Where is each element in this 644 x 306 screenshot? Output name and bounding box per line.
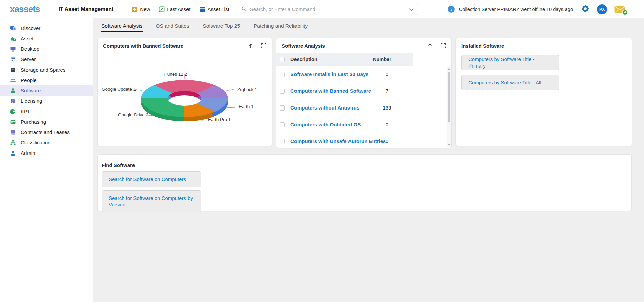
card-title: Find Software [102,162,135,168]
fullscreen-icon[interactable] [261,43,267,49]
row-checkbox[interactable] [280,105,285,111]
sidebar-item-purchasing[interactable]: Purchasing [0,117,93,127]
app-logo: xassets [10,4,40,14]
credit-card-icon [10,119,16,125]
card-title: Installed Software [461,43,504,49]
sidebar-item-storage[interactable]: Storage and Spares [0,64,93,75]
new-label: New [140,6,150,12]
sidebar-item-server[interactable]: Server [0,54,93,64]
find-software-card: Find Software Search for Software on Com… [97,154,632,211]
chart-label: Earth Pro 1 [208,117,231,122]
table-row: Computers without Antivirus 139 [276,100,451,117]
new-button[interactable]: New [131,6,150,12]
table-row: Computers with Banned Software 7 [276,83,451,100]
row-checkbox[interactable] [280,139,285,144]
chart-label: ZigLock 1 [237,87,257,92]
sidebar-item-discover[interactable]: Discover [0,23,93,33]
table-row: Computers with Unsafe Autorun Entries 0 [276,133,451,148]
kpi-pie-icon [10,108,16,115]
admin-person-icon [10,150,16,156]
banned-software-donut-chart[interactable]: iTunes 12 2 ZigLock 1 Earth 1 Earth Pro … [98,53,272,146]
scrollbar-up-arrow[interactable] [448,68,450,70]
edit-pencil-icon [159,6,165,12]
analysis-link[interactable]: Computers without Antivirus [290,105,359,111]
row-checkbox[interactable] [280,122,285,127]
card-title: Computers with Banned Software [103,43,183,49]
command-search [237,4,418,15]
tab-patching-reliability[interactable]: Patching and Reliability [253,22,308,31]
table-row: Software Installs in Last 30 Days 0 [276,66,451,83]
asset-list-button[interactable]: Asset List [199,6,229,12]
sidebar-item-licensing[interactable]: Licensing [0,96,93,106]
column-header-number: Number [373,57,391,62]
sidebar-item-people[interactable]: People [0,75,93,85]
chevron-down-icon[interactable] [409,6,414,12]
user-avatar[interactable]: PX [597,4,607,14]
discover-devices-icon [10,25,16,31]
search-input[interactable] [249,6,409,12]
chart-label: Google Update 1 [102,87,136,92]
software-cubes-icon [10,88,16,94]
sidebar-item-desktop[interactable]: Desktop [0,44,93,54]
export-up-arrow-icon[interactable] [427,43,433,49]
tab-software-analysis[interactable]: Software Analysis [101,22,143,32]
installed-software-card: Installed Software Computers by Software… [455,38,632,146]
analysis-link[interactable]: Computers with Unsafe Autorun Entries [290,138,386,144]
vertical-scrollbar[interactable] [447,66,451,147]
table-grid-icon [199,6,205,12]
sidebar-item-contracts[interactable]: Contracts and Leases [0,127,93,137]
info-icon[interactable]: i [448,6,455,13]
scrollbar-thumb[interactable] [448,72,450,122]
sidebar-item-classification[interactable]: Classification [0,137,93,148]
table-row: Computers with Outdated OS 0 [276,117,451,133]
row-checkbox[interactable] [280,72,285,77]
analysis-count: 0 [373,138,401,144]
chart-label: Google Drive 2 [118,112,148,117]
computers-by-title-primary-button[interactable]: Computers by Software Title - Primary [461,55,559,70]
analysis-link[interactable]: Computers with Banned Software [290,88,371,94]
contracts-book-icon [10,129,16,135]
org-chart-icon [10,140,16,146]
sidebar-item-asset[interactable]: Asset [0,33,93,44]
sidebar-nav: Discover Asset Desktop Server Storage an… [0,18,93,302]
license-document-icon [10,98,16,104]
analysis-link[interactable]: Software Installs in Last 30 Days [290,71,369,77]
search-icon [241,6,247,13]
search-software-by-version-button[interactable]: Search for Software on Computers by Vers… [102,190,201,212]
analysis-count: 0 [373,71,401,77]
search-software-on-computers-button[interactable]: Search for Software on Computers [102,171,201,187]
column-header-description: Description [290,57,317,62]
card-title: Software Analysis [282,43,325,49]
asset-list-label: Asset List [208,6,229,12]
new-icon [131,6,138,12]
last-asset-label: Last Asset [167,6,190,12]
topbar-actions: New Last Asset Asset List [131,6,229,12]
messages-envelope-icon[interactable]: 4 [614,5,625,13]
sidebar-item-software[interactable]: Software [0,85,93,96]
tab-software-top-25[interactable]: Software Top 25 [202,22,241,31]
last-asset-button[interactable]: Last Asset [159,6,190,12]
settings-gear-icon[interactable] [581,4,590,14]
tab-bar: Software Analysis OS and Suites Software… [101,22,644,33]
chart-label: iTunes 12 2 [164,72,187,77]
row-checkbox[interactable] [280,89,285,94]
banned-software-card: Computers with Banned Software iTunes 12… [97,38,272,146]
computers-by-title-all-button[interactable]: Computers by Software Title - All [461,75,559,90]
scrollbar-down-arrow[interactable] [448,144,450,146]
desktop-monitor-icon [10,46,16,52]
select-all-checkbox[interactable] [280,57,285,62]
export-up-arrow-icon[interactable] [248,43,254,49]
sidebar-item-admin[interactable]: Admin [0,148,93,158]
analysis-link[interactable]: Computers with Outdated OS [290,122,361,127]
main-content: Software Analysis OS and Suites Software… [93,18,644,302]
tab-os-and-suites[interactable]: OS and Suites [155,22,190,31]
asset-house-icon [10,36,16,42]
sidebar-item-kpi[interactable]: KPI [0,106,93,117]
analysis-count: 0 [373,122,401,127]
app-shell: Discover Asset Desktop Server Storage an… [0,18,644,302]
chart-label: Earth 1 [239,104,254,109]
server-stack-icon [10,56,16,62]
page-title: IT Asset Management [58,6,113,12]
fullscreen-icon[interactable] [440,43,446,49]
people-group-icon [10,77,16,83]
